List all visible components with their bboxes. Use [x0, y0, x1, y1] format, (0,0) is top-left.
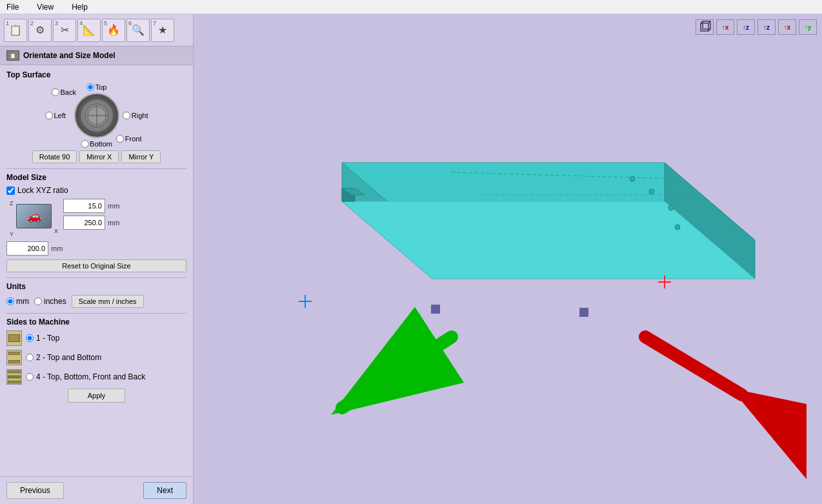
radio-back-label[interactable]: Back — [52, 88, 76, 96]
main-area: 1 📋 2 ⚙ 3 ✂ 4 📐 5 🔥 6 🔍 — [0, 14, 822, 504]
axis-y-label: Y — [10, 231, 14, 237]
apply-button[interactable]: Apply — [68, 388, 126, 403]
menu-view[interactable]: View — [33, 1, 57, 13]
side-2-icon — [6, 350, 22, 365]
mirror-y-button[interactable]: Mirror Y — [121, 150, 161, 163]
y-size-row: 200.0 mm — [6, 241, 186, 256]
next-button[interactable]: Next — [143, 482, 186, 499]
svg-point-17 — [630, 176, 635, 181]
svg-rect-4 — [701, 23, 708, 31]
side-1-label[interactable]: 1 - Top — [26, 334, 59, 343]
radio-front-label[interactable]: Front — [116, 135, 142, 143]
size-inputs: 15.0 mm 250.0 mm — [63, 199, 186, 230]
side-2-radio[interactable] — [26, 354, 34, 361]
side-1-radio[interactable] — [26, 334, 34, 342]
3d-object — [226, 66, 807, 485]
unit-mm-text: mm — [16, 297, 29, 306]
side-4-label[interactable]: 4 - Top, Bottom, Front and Back — [26, 372, 145, 381]
side-4-radio[interactable] — [26, 373, 34, 381]
panel-content: Top Surface Top Back — [0, 65, 193, 476]
unit-inches-radio[interactable] — [34, 297, 42, 305]
orientation-section: Top Back Left — [6, 83, 186, 163]
step-4-btn[interactable]: 4 📐 — [77, 19, 101, 42]
side-2-text: 2 - Top and Bottom — [36, 353, 101, 362]
radio-top-label[interactable]: Top — [86, 83, 107, 91]
radio-top[interactable] — [86, 83, 94, 91]
unit-inches-label[interactable]: inches — [34, 297, 66, 306]
svg-point-19 — [668, 205, 674, 210]
y-unit-label: mm — [51, 245, 63, 252]
units-row: mm inches Scale mm / inches — [6, 295, 186, 308]
x-size-row: 250.0 mm — [63, 216, 186, 230]
menubar: File View Help — [0, 0, 822, 14]
side-1-option: 1 - Top — [6, 330, 186, 346]
panel-title: 📋 Orientate and Size Model — [0, 46, 193, 65]
unit-mm-radio[interactable] — [6, 297, 14, 305]
unit-inches-text: inches — [44, 297, 66, 306]
units-section: Units mm inches Scale mm / inches — [6, 282, 186, 308]
unit-mm-label[interactable]: mm — [6, 297, 29, 306]
view-icon-z2[interactable]: ↑z — [757, 19, 776, 35]
compass-inner — [81, 99, 113, 132]
view-icon-cube[interactable] — [696, 19, 714, 35]
step-2-btn[interactable]: 2 ⚙ — [28, 19, 52, 42]
x-size-input[interactable]: 250.0 — [63, 216, 105, 230]
sides-title: Sides to Machine — [6, 318, 186, 327]
y-size-input[interactable]: 200.0 — [6, 241, 48, 256]
previous-button[interactable]: Previous — [6, 482, 64, 499]
compass-container: Top Back Left — [45, 83, 148, 148]
step-3-btn[interactable]: 3 ✂ — [53, 19, 76, 42]
radio-bottom[interactable] — [81, 140, 88, 148]
side-4-icon — [6, 369, 22, 385]
svg-rect-25 — [431, 305, 440, 314]
side-2-option: 2 - Top and Bottom — [6, 350, 186, 365]
radio-top-text: Top — [95, 83, 107, 91]
lock-xyz-checkbox[interactable] — [6, 186, 15, 195]
radio-left-label[interactable]: Left — [45, 112, 66, 119]
menu-help[interactable]: Help — [68, 1, 92, 13]
radio-back-text: Back — [61, 88, 76, 96]
reset-size-button[interactable]: Reset to Original Size — [6, 259, 186, 272]
step-toolbar: 1 📋 2 ⚙ 3 ✂ 4 📐 5 🔥 6 🔍 — [0, 14, 193, 46]
z-size-input[interactable]: 15.0 — [63, 199, 105, 213]
view-icon-x[interactable]: ↑x — [716, 19, 734, 35]
viewport: ↑x ↑z ↑z ↑x ↑y — [194, 14, 822, 504]
side-2-label[interactable]: 2 - Top and Bottom — [26, 353, 101, 362]
view-icon-z1[interactable]: ↑z — [737, 19, 755, 35]
z-unit-label: mm — [108, 202, 119, 210]
step-7-btn[interactable]: 7 ★ — [151, 19, 174, 42]
sides-section: Sides to Machine 1 - Top — [6, 318, 186, 403]
radio-front[interactable] — [116, 135, 124, 143]
axis-z-label: Z — [10, 200, 14, 207]
svg-point-20 — [675, 225, 680, 230]
step-5-btn[interactable]: 5 🔥 — [102, 19, 125, 42]
model-size-title: Model Size — [6, 173, 186, 182]
lock-row: Lock XYZ ratio — [6, 186, 186, 195]
radio-left[interactable] — [45, 112, 53, 119]
radio-bottom-text: Bottom — [90, 140, 112, 148]
rotate90-button[interactable]: Rotate 90 — [32, 150, 77, 163]
scale-button[interactable]: Scale mm / inches — [72, 295, 144, 308]
view-icon-x2[interactable]: ↑x — [778, 19, 796, 35]
x-unit-label: mm — [108, 219, 119, 227]
svg-point-18 — [649, 189, 654, 194]
radio-back[interactable] — [52, 88, 59, 96]
step-6-btn[interactable]: 6 🔍 — [126, 19, 150, 42]
left-panel: 1 📋 2 ⚙ 3 ✂ 4 📐 5 🔥 6 🔍 — [0, 14, 194, 504]
lock-xyz-label: Lock XYZ ratio — [17, 186, 68, 195]
radio-right-label[interactable]: Right — [123, 112, 148, 119]
panel-title-text: Orientate and Size Model — [23, 51, 115, 60]
side-4-option: 4 - Top, Bottom, Front and Back — [6, 369, 186, 385]
mirror-x-button[interactable]: Mirror X — [79, 150, 119, 163]
radio-right[interactable] — [123, 112, 130, 119]
step-1-btn[interactable]: 1 📋 — [4, 19, 27, 42]
view-icon-y[interactable]: ↑y — [799, 19, 817, 35]
menu-file[interactable]: File — [3, 1, 23, 13]
top-surface-title: Top Surface — [6, 70, 186, 79]
z-size-row: 15.0 mm — [63, 199, 186, 213]
radio-front-text: Front — [125, 135, 142, 143]
model-size-section: Model Size Lock XYZ ratio Z 🚗 X — [6, 173, 186, 272]
radio-bottom-label[interactable]: Bottom — [81, 140, 112, 148]
radio-right-text: Right — [132, 112, 148, 119]
units-title: Units — [6, 282, 186, 291]
